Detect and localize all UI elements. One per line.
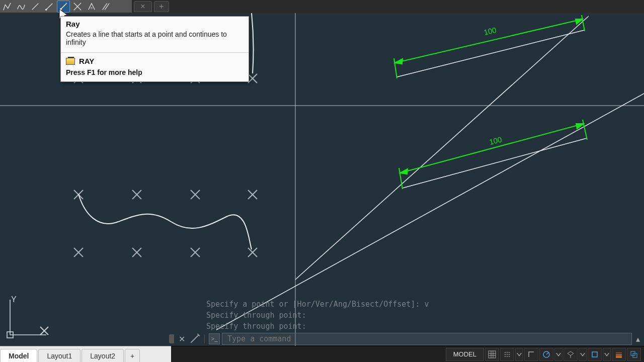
- svg-line-46: [397, 30, 584, 77]
- svg-line-47: [403, 138, 587, 188]
- snap-icon[interactable]: [500, 348, 514, 361]
- tab-layout2[interactable]: Layout2: [82, 349, 124, 362]
- cycling-icon[interactable]: [627, 348, 641, 361]
- tool-btn-6[interactable]: [71, 1, 84, 13]
- axis-y-label: Y: [11, 295, 17, 304]
- command-config-icon[interactable]: [189, 333, 200, 344]
- svg-point-72: [505, 354, 506, 355]
- tab-model[interactable]: Model: [0, 349, 37, 362]
- history-line-1: Specify a point or [Hor/Ver/Ang/Bisect/O…: [206, 299, 429, 310]
- command-history: Specify a point or [Hor/Ver/Ang/Bisect/O…: [206, 299, 429, 332]
- svg-line-45: [295, 16, 589, 280]
- tool-btn-7[interactable]: n: [85, 1, 98, 13]
- lineweight-icon[interactable]: [612, 348, 626, 361]
- dropdown-icon-2[interactable]: [554, 348, 562, 361]
- tooltip-description: Creates a line that starts at a point an…: [66, 30, 244, 50]
- svg-line-8: [103, 3, 107, 10]
- svg-line-48: [395, 19, 583, 63]
- dropdown-icon-4[interactable]: [603, 348, 611, 361]
- tooltip-help: Press F1 for more help: [61, 66, 249, 81]
- svg-point-70: [507, 352, 508, 353]
- osnap-icon[interactable]: [588, 348, 602, 361]
- dropdown-icon-3[interactable]: [579, 348, 587, 361]
- svg-marker-51: [395, 59, 403, 64]
- tool-btn-4[interactable]: [43, 1, 56, 13]
- status-space[interactable]: MODEL: [446, 348, 484, 361]
- dropdown-icon-1[interactable]: [515, 348, 523, 361]
- tool-btn-8[interactable]: [99, 1, 112, 13]
- file-tab-close[interactable]: ×: [134, 1, 152, 12]
- tool-btn-2[interactable]: [15, 1, 28, 13]
- svg-point-77: [509, 356, 510, 357]
- svg-marker-56: [400, 169, 408, 174]
- svg-rect-64: [489, 351, 496, 358]
- command-expand-icon[interactable]: ▴: [634, 334, 642, 344]
- svg-text:n: n: [91, 6, 93, 9]
- svg-line-0: [32, 3, 39, 10]
- tooltip-title: Ray: [66, 20, 244, 28]
- iso-icon[interactable]: [564, 348, 578, 361]
- command-icon: [66, 58, 75, 65]
- svg-marker-57: [576, 124, 584, 129]
- svg-line-79: [546, 352, 549, 354]
- polar-icon[interactable]: [539, 348, 553, 361]
- svg-point-71: [509, 352, 510, 353]
- tool-btn-1[interactable]: [1, 1, 14, 13]
- svg-point-73: [507, 354, 508, 355]
- history-line-2: Specify through point:: [206, 310, 429, 321]
- plus-icon: +: [159, 2, 164, 11]
- status-bar: MODEL: [171, 346, 644, 362]
- dimension-value-2: 100: [489, 135, 503, 146]
- layout-tabs: Model Layout1 Layout2 +: [0, 346, 171, 362]
- tooltip-command: RAY: [79, 57, 94, 65]
- svg-point-69: [505, 352, 506, 353]
- grid-icon[interactable]: [485, 348, 499, 361]
- history-line-3: Specify through point:: [206, 321, 429, 332]
- svg-point-74: [509, 354, 510, 355]
- command-grip-icon[interactable]: [169, 334, 174, 343]
- file-tab-add[interactable]: +: [154, 1, 169, 12]
- svg-rect-81: [592, 352, 597, 357]
- tab-layout1[interactable]: Layout1: [38, 349, 80, 362]
- command-close-icon[interactable]: ✕: [176, 333, 187, 344]
- tab-add[interactable]: +: [125, 349, 140, 362]
- svg-line-53: [400, 124, 584, 173]
- svg-point-75: [505, 356, 506, 357]
- command-input[interactable]: [222, 333, 632, 345]
- svg-line-44: [216, 94, 644, 330]
- svg-line-55: [583, 120, 587, 140]
- file-tab-bar: × +: [132, 0, 644, 13]
- svg-line-9: [105, 3, 109, 10]
- close-icon: ×: [140, 2, 145, 11]
- svg-line-49: [394, 58, 397, 78]
- svg-point-76: [507, 356, 508, 357]
- svg-line-1: [46, 3, 53, 10]
- dimension-value-1: 100: [483, 26, 497, 37]
- command-bar: ✕ >_ ▴: [169, 333, 642, 345]
- svg-marker-52: [576, 19, 583, 24]
- tooltip: Ray Creates a line that starts at a poin…: [60, 16, 249, 82]
- svg-line-50: [582, 15, 585, 31]
- svg-point-2: [45, 9, 47, 11]
- ortho-icon[interactable]: [524, 348, 538, 361]
- command-prompt-icon[interactable]: >_: [209, 333, 220, 344]
- tool-btn-3[interactable]: [29, 1, 42, 13]
